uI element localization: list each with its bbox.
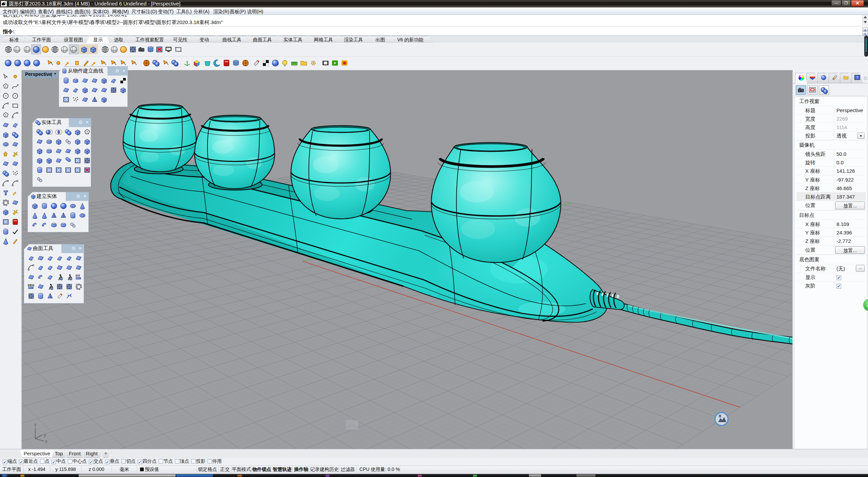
svg-text:y: y <box>44 432 46 437</box>
svg-text:x: x <box>45 439 47 444</box>
svg-text:6: 6 <box>4 2 5 4</box>
svg-text:z: z <box>34 422 37 427</box>
